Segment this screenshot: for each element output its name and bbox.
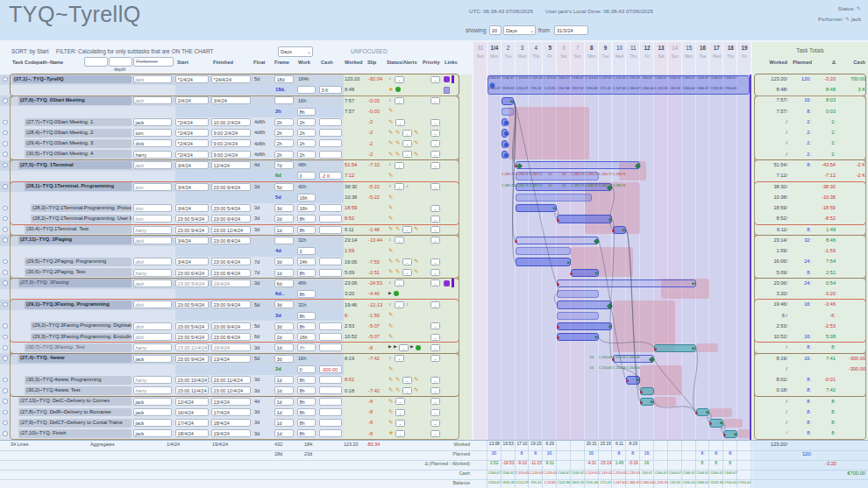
- dropdown-select[interactable]: ⌄: [395, 301, 404, 308]
- frame-input[interactable]: 1d: [274, 398, 294, 406]
- work-input[interactable]: 8h: [297, 398, 316, 406]
- task-name-cell[interactable]: (27,13)~TYQ. DelC~Delivery to Connex: [18, 397, 132, 406]
- gantt-task-bar[interactable]: [516, 247, 571, 255]
- frame-input[interactable]: 1d: [274, 343, 294, 351]
- row-select-circle[interactable]: [3, 216, 8, 222]
- work-input[interactable]: 8h: [297, 343, 316, 351]
- cash-input[interactable]: [319, 129, 342, 137]
- performer-input[interactable]: jack: [133, 279, 172, 287]
- frame-input[interactable]: 1d: [274, 386, 294, 394]
- task-name-cell[interactable]: (30,6)~TYQ.2Paging. Test: [25, 268, 132, 277]
- performer-icon[interactable]: ✎: [845, 16, 850, 22]
- task-name-cell[interactable]: (29,1)~TYQ.3Faxing. Programming: [25, 301, 132, 309]
- work-input[interactable]: 0: [297, 172, 316, 180]
- task-name-cell[interactable]: (29,4)~TYQ.0Start Meeting. 3: [25, 139, 132, 148]
- task-name-cell[interactable]: (28,1)~TYQ.1Terminal. Programming: [25, 182, 132, 191]
- start-date-input[interactable]: 23:00 9/4/24: [175, 355, 209, 363]
- dropdown-select[interactable]: ⌄: [430, 162, 440, 169]
- start-date-input[interactable]: 23:00 5/4/24: [175, 279, 209, 287]
- task-name-cell[interactable]: (27,1)~. TYQ~TyrellQ: [12, 75, 132, 84]
- gantt-task-bar[interactable]: [502, 108, 514, 116]
- pencil-icon[interactable]: ✎: [395, 151, 400, 158]
- dropdown-select[interactable]: ⌄: [430, 76, 440, 83]
- work-input[interactable]: 2h: [297, 151, 316, 159]
- gantt-task-bar[interactable]: ▶: [723, 430, 737, 438]
- cash-input[interactable]: [319, 333, 342, 341]
- work-input[interactable]: 16h: [297, 204, 316, 212]
- performer-input[interactable]: harry: [133, 386, 172, 394]
- row-select-circle[interactable]: [3, 141, 8, 146]
- start-date-input[interactable]: 23:00 11/4/24: [175, 386, 209, 394]
- task-name-cell[interactable]: (28,4)~TYQ.0Start Meeting. 2: [25, 129, 132, 138]
- gantt-task-bar[interactable]: ▶: [654, 344, 696, 352]
- timescale-select[interactable]: Days ⌄: [278, 46, 313, 57]
- pencil-icon[interactable]: ✎: [414, 258, 418, 265]
- row-select-circle[interactable]: [3, 323, 8, 329]
- start-date-input[interactable]: 23:00 6/4/24: [175, 269, 209, 277]
- performer-input[interactable]: tom: [133, 129, 172, 137]
- frame-input[interactable]: 18d: [274, 75, 294, 83]
- frame-input[interactable]: 2d: [274, 333, 294, 341]
- start-date-input[interactable]: 17/4/24: [175, 419, 209, 427]
- frame-input[interactable]: 1d: [274, 408, 294, 416]
- dropdown-select[interactable]: ⌄: [395, 97, 404, 104]
- gantt-task-bar[interactable]: ▶: [502, 97, 514, 105]
- row-select-circle[interactable]: [3, 131, 8, 136]
- gantt-task-bar[interactable]: ▶: [709, 419, 723, 427]
- row-select-circle[interactable]: [3, 98, 8, 103]
- dropdown-select[interactable]: ⌄: [430, 226, 440, 233]
- finish-date-input[interactable]: 23:00 9/4/24: [211, 322, 251, 330]
- dropdown-select[interactable]: ⌄: [430, 237, 440, 244]
- gantt-task-bar[interactable]: [640, 387, 654, 395]
- pencil-icon[interactable]: ✎: [388, 129, 393, 136]
- performer-input[interactable]: harry: [133, 343, 172, 351]
- start-date-input[interactable]: 23:00 5/4/24: [175, 322, 209, 330]
- row-select-circle[interactable]: [3, 237, 8, 243]
- task-name-cell[interactable]: (30,4)~TYQ.1Terminal. Test: [25, 225, 132, 234]
- row-select-circle[interactable]: [3, 388, 8, 393]
- row-select-circle[interactable]: [3, 120, 8, 125]
- start-date-input[interactable]: 16/4/24: [175, 408, 209, 416]
- cash-input[interactable]: [319, 376, 342, 384]
- cash-input[interactable]: 3 K: [319, 86, 342, 94]
- pencil-icon[interactable]: ✎: [414, 376, 418, 383]
- gantt-task-bar[interactable]: ▶: [557, 215, 612, 223]
- performer-input[interactable]: jack: [133, 118, 172, 126]
- frame-input[interactable]: 2h: [274, 118, 294, 126]
- task-name-cell[interactable]: (27,8)~TYQ. DelR~Delivery to Romanse: [18, 408, 132, 417]
- dropdown-select[interactable]: ⌄: [430, 334, 440, 341]
- performer-input[interactable]: dick: [133, 258, 172, 265]
- cash-input[interactable]: [319, 151, 342, 159]
- dropdown-select[interactable]: ⌄: [430, 398, 440, 405]
- performer-input[interactable]: harry: [133, 376, 172, 384]
- performer-input[interactable]: jack: [133, 237, 172, 244]
- gantt-task-bar[interactable]: [502, 118, 508, 126]
- gantt-task-bar[interactable]: ▶: [557, 279, 696, 287]
- cash-input[interactable]: [319, 226, 342, 234]
- task-name-cell[interactable]: (28,3)~TYQ.1Terminal.Programming. Protoc…: [31, 204, 132, 213]
- gantt-task-bar[interactable]: [557, 312, 599, 320]
- dropdown-select[interactable]: ⌄: [430, 140, 440, 147]
- finish-date-input[interactable]: 23:00 12/4/24: [211, 386, 251, 394]
- finish-date-input[interactable]: 23:00 8/4/24: [211, 269, 251, 277]
- cash-input[interactable]: [319, 429, 342, 437]
- dropdown-select[interactable]: ⌄: [399, 344, 409, 351]
- start-date-input[interactable]: 23:00 5/4/24: [175, 333, 209, 341]
- dropdown-select[interactable]: ⌄: [430, 130, 440, 137]
- pencil-icon[interactable]: ✎: [388, 118, 393, 125]
- pencil-icon[interactable]: ✎: [395, 225, 400, 232]
- work-input[interactable]: 2h: [297, 139, 316, 147]
- start-date-input[interactable]: *2/4/24: [175, 118, 209, 126]
- gantt-task-bar[interactable]: [502, 151, 508, 159]
- pencil-icon[interactable]: ✎: [388, 225, 393, 232]
- pencil-icon[interactable]: ✎: [388, 376, 393, 383]
- dropdown-select[interactable]: ⌄: [395, 162, 404, 169]
- pencil-icon[interactable]: ✎: [388, 215, 393, 222]
- pencil-icon[interactable]: ✎: [388, 258, 393, 265]
- start-date-input[interactable]: 23:00 9/4/24: [175, 226, 209, 234]
- frame-input[interactable]: 3d: [274, 204, 294, 212]
- pencil-icon[interactable]: ✎: [388, 107, 393, 114]
- finish-date-input[interactable]: 12/4/24: [211, 161, 251, 169]
- gantt-task-bar[interactable]: [502, 129, 508, 137]
- finish-date-input[interactable]: 13/4/24: [211, 398, 251, 406]
